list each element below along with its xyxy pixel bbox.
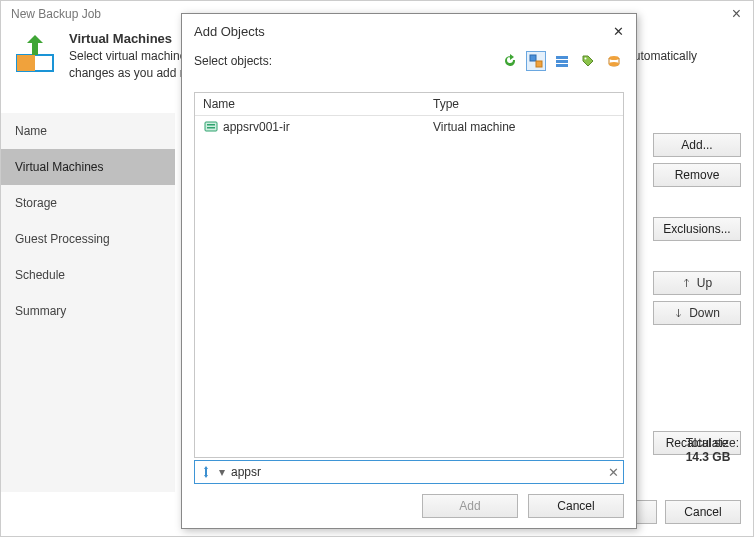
dialog-add-button: Add <box>422 494 518 518</box>
refresh-icon[interactable] <box>500 51 520 71</box>
clear-search-icon[interactable]: ✕ <box>603 465 623 480</box>
sidebar-item-storage[interactable]: Storage <box>1 185 175 221</box>
search-input[interactable] <box>227 463 603 481</box>
svg-rect-3 <box>536 61 542 67</box>
add-button[interactable]: Add... <box>653 133 741 157</box>
svg-rect-12 <box>207 127 215 129</box>
remove-button[interactable]: Remove <box>653 163 741 187</box>
down-button[interactable]: 🡓Down <box>653 301 741 325</box>
dialog-cancel-button[interactable]: Cancel <box>528 494 624 518</box>
search-filter-icon[interactable] <box>195 465 217 479</box>
sidebar-item-schedule[interactable]: Schedule <box>1 257 175 293</box>
sidebar-item-summary[interactable]: Summary <box>1 293 175 329</box>
dialog-close-icon[interactable]: ✕ <box>613 24 624 39</box>
right-panel: Add... Remove Exclusions... 🡑Up 🡓Down Re… <box>653 133 741 455</box>
column-name[interactable]: Name <box>203 97 433 111</box>
window-title: New Backup Job <box>11 7 101 21</box>
column-type[interactable]: Type <box>433 97 615 111</box>
row-type: Virtual machine <box>433 120 615 134</box>
add-objects-dialog: Add Objects ✕ Select objects: Name Type … <box>181 13 637 529</box>
svg-point-9 <box>609 62 619 66</box>
svg-rect-2 <box>530 55 536 61</box>
total-value: 14.3 GB <box>686 450 739 464</box>
tags-view-icon[interactable] <box>578 51 598 71</box>
cancel-button[interactable]: Cancel <box>665 500 741 524</box>
svg-rect-10 <box>205 122 217 131</box>
dialog-title: Add Objects <box>194 24 265 39</box>
svg-rect-5 <box>556 60 568 63</box>
exclusions-button[interactable]: Exclusions... <box>653 217 741 241</box>
list-item[interactable]: appsrv001-ir Virtual machine <box>195 116 623 138</box>
up-label: Up <box>697 276 712 290</box>
select-objects-label: Select objects: <box>194 54 494 68</box>
arrow-up-icon: 🡑 <box>682 278 692 289</box>
svg-rect-11 <box>207 124 215 126</box>
arrow-down-icon: 🡓 <box>674 308 684 319</box>
down-label: Down <box>689 306 720 320</box>
window-close-icon[interactable]: × <box>732 5 741 23</box>
sidebar-item-virtual-machines[interactable]: Virtual Machines <box>1 149 175 185</box>
svg-rect-6 <box>556 64 568 67</box>
svg-rect-4 <box>556 56 568 59</box>
datastore-view-icon[interactable] <box>604 51 624 71</box>
objects-list: Name Type appsrv001-ir Virtual machine <box>194 92 624 458</box>
up-button[interactable]: 🡑Up <box>653 271 741 295</box>
vm-wizard-icon <box>13 31 57 75</box>
svg-point-7 <box>585 58 587 60</box>
total-label: Total size: <box>686 436 739 450</box>
svg-rect-1 <box>17 55 35 71</box>
svg-point-8 <box>609 56 619 60</box>
total-size: Total size: 14.3 GB <box>686 436 739 464</box>
wizard-sidebar: Name Virtual Machines Storage Guest Proc… <box>1 113 175 492</box>
search-box[interactable]: ▾ ✕ <box>194 460 624 484</box>
vm-icon <box>203 119 219 135</box>
sidebar-item-guest-processing[interactable]: Guest Processing <box>1 221 175 257</box>
row-name: appsrv001-ir <box>223 120 433 134</box>
hosts-view-icon[interactable] <box>526 51 546 71</box>
dropdown-arrow-icon[interactable]: ▾ <box>217 465 227 479</box>
vms-view-icon[interactable] <box>552 51 572 71</box>
sidebar-item-name[interactable]: Name <box>1 113 175 149</box>
